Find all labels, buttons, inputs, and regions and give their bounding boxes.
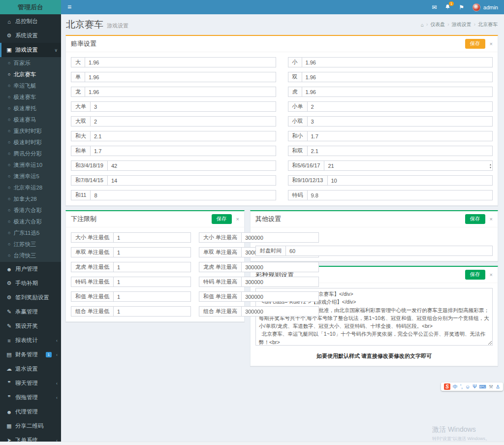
sidebar-subitem[interactable]: ○北京幸运28 xyxy=(0,182,61,193)
sidebar-item-signin-reward[interactable]: ⚙签到奖励设置 xyxy=(0,290,61,305)
limit-field-input[interactable] xyxy=(113,306,191,317)
sogou-logo-icon[interactable]: S xyxy=(444,383,450,390)
close-time-input[interactable] xyxy=(285,246,493,256)
sidebar-item-finance[interactable]: ▤财务管理1‹ xyxy=(0,348,61,362)
other-save-button[interactable]: 保存 xyxy=(465,214,485,224)
sidebar-item-game-settings[interactable]: ▣游戏设置∨ xyxy=(0,43,61,57)
rules-save-button[interactable]: 保存 xyxy=(465,270,485,280)
sidebar-item-chat[interactable]: ❞聊天管理‹ xyxy=(0,376,61,390)
number-spinner-icon[interactable]: ▲▼ xyxy=(489,162,492,169)
horizontal-scrollbar[interactable] xyxy=(0,442,504,445)
limit-field-input[interactable] xyxy=(241,232,319,243)
sidebar-subitem[interactable]: ○极速赛马 xyxy=(0,114,61,126)
odds-field-input[interactable] xyxy=(90,101,276,112)
sidebar-subitem[interactable]: ○澳洲幸运5 xyxy=(0,171,61,182)
sidebar-item-preset-draw[interactable]: ✎预设开奖 xyxy=(0,319,61,333)
sidebar-subitem[interactable]: ○广东11选5 xyxy=(0,227,61,239)
limit-field-input[interactable] xyxy=(241,277,319,287)
sidebar-item-fake-drag[interactable]: ❞假拖管理‹ xyxy=(0,390,61,405)
limit-field-input[interactable] xyxy=(241,291,319,302)
page-title: 北京赛车 xyxy=(66,18,103,31)
chevron-left-icon: ‹ xyxy=(56,438,58,442)
odds-field-input[interactable] xyxy=(107,175,276,186)
sidebar-subitem[interactable]: ○腾讯分分彩 xyxy=(0,148,61,159)
odds-field-input[interactable] xyxy=(107,160,276,171)
emoji-icon[interactable]: ☺ xyxy=(465,384,470,389)
close-icon[interactable]: × xyxy=(490,41,493,47)
sidebar-subitem[interactable]: ○极速赛车 xyxy=(0,92,61,103)
sidebar-subitem[interactable]: ○极速时时彩 xyxy=(0,137,61,148)
sidebar-item-share-qrcode[interactable]: ▦分享二维码 xyxy=(0,419,61,433)
odds-field-input[interactable] xyxy=(302,57,493,67)
odds-field-input[interactable] xyxy=(90,190,276,200)
sidebar-subitem[interactable]: ○极速六合彩 xyxy=(0,216,61,227)
odds-field-input[interactable] xyxy=(90,146,276,156)
odds-field-input[interactable] xyxy=(90,116,276,127)
punctuation-icon[interactable]: ’, xyxy=(460,384,463,389)
limits-save-button[interactable]: 保存 xyxy=(212,214,232,224)
toolbox-icon[interactable]: ⚒ xyxy=(489,384,493,389)
sidebar-item-manual-period[interactable]: ⚙手动补期 xyxy=(0,276,61,290)
app-logo[interactable]: 管理后台 xyxy=(0,0,61,14)
odds-field-input[interactable] xyxy=(302,72,493,82)
limit-field-input[interactable] xyxy=(113,262,191,272)
sidebar-item-fly-order[interactable]: ➤飞单系统‹ xyxy=(0,433,61,442)
odds-save-button[interactable]: 保存 xyxy=(465,39,485,49)
flag-icon[interactable]: ⚑ xyxy=(459,4,464,10)
circle-o-icon: ○ xyxy=(8,84,10,88)
odds-field-input[interactable] xyxy=(327,175,493,186)
limit-field-input[interactable] xyxy=(241,262,319,272)
sidebar-item-agent[interactable]: ☻代理管理 xyxy=(0,405,61,419)
sidebar-item-report-stats[interactable]: ≡报表统计‹ xyxy=(0,333,61,348)
sidebar-subitem[interactable]: ○香港六合彩 xyxy=(0,205,61,216)
odds-field-input[interactable] xyxy=(307,101,493,112)
limit-field-input[interactable] xyxy=(113,291,191,302)
odds-field-input[interactable] xyxy=(307,131,493,141)
messages-icon[interactable]: ✉ xyxy=(432,4,437,10)
comment-icon: ❞ xyxy=(6,380,12,386)
notifications-bell-icon[interactable]: 1 xyxy=(445,4,450,11)
odds-field-input[interactable] xyxy=(85,72,276,82)
limit-field: 和值 单注最低 xyxy=(71,291,191,302)
sidebar-item-kill-win[interactable]: ✎杀赢管理 xyxy=(0,305,61,319)
odds-field-input[interactable] xyxy=(302,87,493,97)
sidebar-subitem[interactable]: ○重庆时时彩 xyxy=(0,126,61,137)
skin-icon[interactable]: ♙ xyxy=(496,384,500,389)
user-menu[interactable]: admin xyxy=(472,3,498,11)
close-icon[interactable]: × xyxy=(236,217,239,222)
limit-field: 组合 单注最高 xyxy=(199,306,319,317)
microphone-icon[interactable]: Ψ xyxy=(472,384,476,389)
breadcrumb-item[interactable]: 仪表盘 xyxy=(424,21,445,28)
sidebar-item-user-management[interactable]: ☻用户管理 xyxy=(0,262,61,276)
breadcrumb-item[interactable]: 游戏设置 xyxy=(445,21,471,28)
sidebar-toggle-icon[interactable]: ≡ xyxy=(61,0,78,14)
limit-field-input[interactable] xyxy=(113,247,191,257)
odds-field-input[interactable] xyxy=(90,131,276,141)
breadcrumb-item[interactable]: 北京赛车 xyxy=(472,21,498,28)
limit-field-input[interactable] xyxy=(241,306,319,317)
chevron-left-icon: ‹ xyxy=(56,395,58,400)
chinese-mode-icon[interactable]: 中 xyxy=(453,384,458,389)
limit-field-input[interactable] xyxy=(113,277,191,287)
sidebar-item-system-settings[interactable]: ⚙系统设置 xyxy=(0,29,61,43)
sidebar-item-water-return[interactable]: ☁退水设置 xyxy=(0,362,61,376)
sidebar-subitem[interactable]: ○北京赛车 xyxy=(0,69,61,80)
sidebar-subitem[interactable]: ○江苏快三 xyxy=(0,239,61,250)
sidebar-subitem[interactable]: ○澳洲幸运10 xyxy=(0,159,61,171)
odds-field-input[interactable] xyxy=(85,87,276,97)
sidebar-subitem[interactable]: ○幸运飞艇 xyxy=(0,80,61,92)
close-icon[interactable]: × xyxy=(490,272,493,278)
sidebar-subitem[interactable]: ○百家乐 xyxy=(0,58,61,69)
sidebar-subitem[interactable]: ○台湾快三 xyxy=(0,250,61,261)
odds-field-input[interactable] xyxy=(85,57,276,67)
odds-field-input[interactable] xyxy=(324,160,493,171)
limit-field-input[interactable] xyxy=(113,232,191,243)
sidebar-subitem[interactable]: ○极速摩托 xyxy=(0,103,61,114)
close-icon[interactable]: × xyxy=(490,217,493,222)
odds-field-input[interactable] xyxy=(307,146,493,156)
sidebar-subitem[interactable]: ○加拿大28 xyxy=(0,193,61,205)
odds-field-input[interactable] xyxy=(307,190,493,200)
sidebar-item-console[interactable]: ⌂总控制台 xyxy=(0,14,61,29)
keyboard-icon[interactable]: ⌨ xyxy=(479,384,486,389)
odds-field-input[interactable] xyxy=(307,116,493,127)
